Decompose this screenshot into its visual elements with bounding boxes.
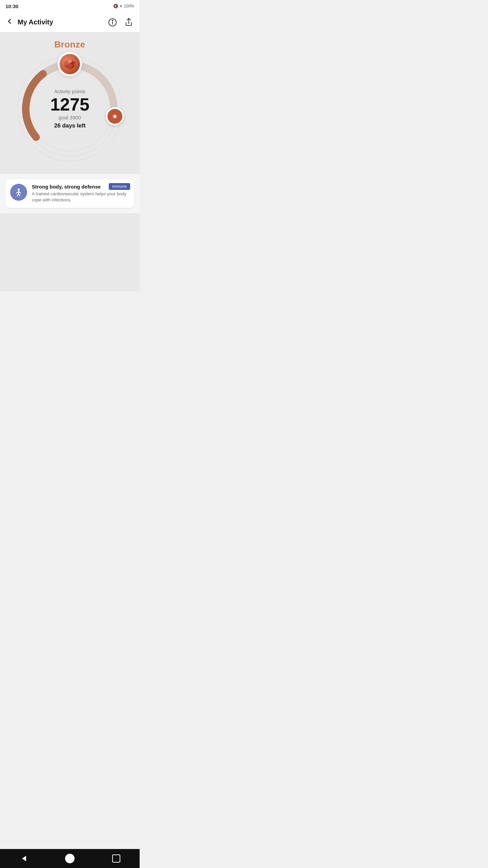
activity-points-value: 1275 <box>50 96 89 113</box>
info-card[interactable]: immune Strong body, strong defense A tra… <box>5 179 134 208</box>
wifi-icon: ▾ <box>120 4 122 8</box>
ring-center: Activity points 1275 goal 3900 26 days l… <box>50 88 89 129</box>
svg-point-2 <box>112 20 113 21</box>
share-button[interactable] <box>123 17 134 28</box>
page-title: My Activity <box>18 18 107 26</box>
gem-icon <box>60 54 80 74</box>
status-bar: 10:30 🔇 ▾ 100% <box>0 0 140 12</box>
star-badge: ★ <box>106 107 124 125</box>
card-tag: immune <box>109 183 130 190</box>
back-button[interactable] <box>5 17 14 27</box>
star-icon: ★ <box>107 109 122 124</box>
status-icons: 🔇 ▾ 100% <box>113 4 134 8</box>
battery-icon: 100% <box>124 4 134 8</box>
progress-ring-container: ★ Activity points 1275 goal 3900 26 days… <box>16 55 124 163</box>
activity-points-label: Activity points <box>50 88 89 94</box>
activity-goal: goal 3900 <box>50 115 89 120</box>
info-button[interactable] <box>107 17 118 28</box>
card-icon <box>10 184 27 201</box>
app-bar-actions <box>107 17 134 28</box>
status-time: 10:30 <box>5 3 18 9</box>
svg-line-18 <box>19 194 20 196</box>
card-description: A trained cardiovascular system helps yo… <box>32 191 129 203</box>
bronze-gem-badge <box>58 52 82 76</box>
card-section: immune Strong body, strong defense A tra… <box>0 173 140 213</box>
days-left: 26 days left <box>50 122 89 129</box>
badge-level: Bronze <box>54 39 85 50</box>
app-bar: My Activity <box>0 12 140 33</box>
main-content: Bronze <box>0 33 140 291</box>
mute-icon: 🔇 <box>113 4 118 8</box>
